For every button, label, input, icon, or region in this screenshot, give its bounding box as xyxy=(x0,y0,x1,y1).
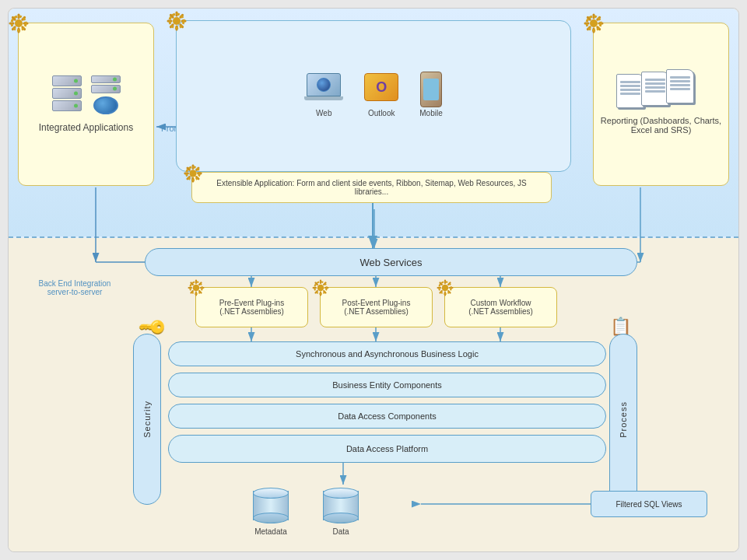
integrated-apps-box: Integrated Applications xyxy=(18,23,154,186)
dac-label: Data Access Components xyxy=(338,411,437,421)
custom-workflow-box: Custom Workflow (.NET Assemblies) xyxy=(444,287,557,327)
dap-label: Data Access Platform xyxy=(346,444,428,453)
gear-icon-frontend xyxy=(166,10,188,33)
svg-point-25 xyxy=(189,170,196,177)
post-event-label: Post-Event Plug-ins (.NET Assemblies) xyxy=(342,299,411,316)
frontend-box: Web Outlook Mobile xyxy=(176,20,571,172)
doc-icon-1 xyxy=(616,74,644,108)
integrated-apps-icons xyxy=(50,75,123,114)
gear-icon-pre-event xyxy=(187,278,205,299)
doc-icon-2 xyxy=(641,72,669,106)
extensible-label: Extensible Application: Form and client … xyxy=(216,179,526,196)
dac-box: Data Access Components xyxy=(168,404,606,429)
reporting-box: Reporting (Dashboards, Charts, Excel and… xyxy=(593,23,729,186)
outlook-label: Outlook xyxy=(368,109,395,117)
bec-label: Business Entity Components xyxy=(332,380,442,390)
web-label: Web xyxy=(316,109,331,117)
web-services-bar: Web Services xyxy=(145,248,637,276)
extensible-box: Extensible Application: Form and client … xyxy=(191,172,552,203)
main-diagram: Integrated Applications Front End Integr… xyxy=(8,8,739,552)
gear-icon-reporting xyxy=(583,12,605,36)
metadata-db: Metadata xyxy=(250,483,292,536)
mobile-label: Mobile xyxy=(419,109,442,117)
bec-box: Business Entity Components xyxy=(168,373,606,397)
outlook-icon-item: Outlook xyxy=(362,73,401,117)
process-label: Process xyxy=(619,401,628,438)
svg-point-23 xyxy=(173,17,181,25)
integrated-apps-label: Integrated Applications xyxy=(39,122,133,133)
sync-async-label: Synchronous and Asynchronous Business Lo… xyxy=(296,349,479,359)
pre-event-box: Pre-Event Plug-ins (.NET Assemblies) xyxy=(195,287,308,327)
data-cylinder xyxy=(320,483,362,525)
svg-point-29 xyxy=(193,285,200,292)
reporting-label: Reporting (Dashboards, Charts, Excel and… xyxy=(594,116,728,135)
custom-workflow-label: Custom Workflow (.NET Assemblies) xyxy=(468,299,533,316)
pre-event-label: Pre-Event Plug-ins (.NET Assemblies) xyxy=(219,299,284,316)
laptop-icon xyxy=(304,73,343,107)
server-icon-2 xyxy=(89,75,123,114)
dap-box: Data Access Platform xyxy=(168,435,606,463)
sync-async-box: Synchronous and Asynchronous Business Lo… xyxy=(168,341,606,366)
security-label: Security xyxy=(142,401,152,438)
doc-icon-3 xyxy=(666,69,694,103)
svg-point-21 xyxy=(15,19,23,27)
gear-icon-workflow xyxy=(436,278,454,299)
data-label: Data xyxy=(332,527,349,536)
server-icon-1 xyxy=(50,75,84,114)
svg-point-33 xyxy=(442,285,449,292)
security-bar: Security xyxy=(133,334,161,505)
metadata-cylinder xyxy=(250,483,292,525)
svg-point-27 xyxy=(590,19,598,27)
mobile-icon-item: Mobile xyxy=(419,72,442,117)
post-event-box: Post-Event Plug-ins (.NET Assemblies) xyxy=(320,287,433,327)
process-bar: Process xyxy=(609,334,637,505)
sql-views-label: Filtered SQL Views xyxy=(615,500,682,509)
frontend-icons: Web Outlook Mobile xyxy=(304,72,442,117)
data-db: Data xyxy=(320,483,362,536)
be-integration-label: Back End Integration server-to-server xyxy=(24,279,125,296)
sql-views-box: Filtered SQL Views xyxy=(591,491,707,517)
db-container: Metadata Data xyxy=(250,483,362,536)
metadata-label: Metadata xyxy=(254,527,287,536)
gear-icon-extensible xyxy=(183,163,203,185)
report-icons xyxy=(616,74,707,108)
web-services-label: Web Services xyxy=(360,257,423,268)
gear-icon-post-event xyxy=(311,278,330,299)
outlook-icon xyxy=(362,73,401,107)
gear-icon-integrated xyxy=(8,12,30,36)
web-icon-item: Web xyxy=(304,73,343,117)
svg-point-31 xyxy=(317,285,324,292)
mobile-icon xyxy=(420,72,442,107)
